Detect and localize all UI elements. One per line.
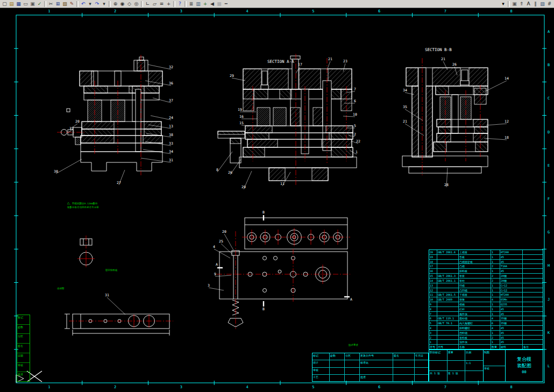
callout-label: 31 — [105, 293, 109, 297]
calculator-button[interactable]: # — [546, 1, 553, 7]
callout-label: 7 — [354, 87, 356, 91]
undo-dropdown-button[interactable]: ▾ — [87, 1, 94, 7]
layer-properties-button[interactable]: ▥ — [195, 1, 202, 7]
redo-arrow-button[interactable]: ↷ — [94, 1, 101, 7]
save-floppy-button[interactable]: ▦ — [15, 1, 22, 7]
layer-new-button[interactable]: + — [202, 1, 209, 7]
svg-text:凸、凹模间隙按0.12mm配作: 凸、凹模间隙按0.12mm配作 — [67, 202, 98, 205]
open-folder-button[interactable]: ▤ — [8, 1, 15, 7]
list-info-button[interactable]: ≡ — [158, 1, 165, 7]
color-control-button[interactable]: ■ — [216, 1, 223, 7]
callout-label: 37 — [169, 98, 173, 103]
svg-text:C: C — [548, 96, 550, 101]
table-row: 审核 — [312, 367, 428, 374]
svg-text:7: 7 — [444, 9, 446, 13]
plot-settings-button[interactable]: ▣ — [511, 1, 518, 7]
revision-row: 批准 — [17, 372, 30, 381]
signature-table: 标记处数分区更改文件号签名年月日设计标准化审核工艺批准 — [312, 353, 429, 382]
layers-stack-button[interactable]: ≣ — [188, 1, 195, 7]
toolbar-separator — [173, 1, 175, 7]
svg-text:固定卸料板: 固定卸料板 — [105, 269, 118, 272]
callout-label: A — [216, 262, 218, 267]
spell-check-button[interactable]: ✓ — [36, 1, 43, 7]
callout-label: 34 — [403, 88, 407, 92]
svg-text:技术要求: 技术要求 — [348, 344, 359, 346]
zoom-previous-button[interactable]: ◎ — [133, 1, 140, 7]
svg-text:4: 4 — [246, 385, 248, 389]
callout-label: 21 — [328, 57, 332, 61]
svg-text:1: 1 — [48, 385, 50, 389]
print-button[interactable]: ▭ — [22, 1, 29, 7]
callout-label: 10 — [353, 112, 357, 117]
table-row: 设计标准化 — [312, 360, 428, 367]
table-row: 3挡料销145 — [429, 330, 543, 335]
svg-text:2: 2 — [114, 385, 116, 389]
svg-text:8: 8 — [510, 9, 513, 13]
zoom-realtime-button[interactable]: ◉ — [119, 1, 126, 7]
zoom-window-button[interactable]: ◇ — [126, 1, 133, 7]
callout-label: 30 — [54, 169, 58, 174]
callout-label: 29 — [242, 185, 246, 189]
svg-text:H: H — [548, 263, 550, 268]
svg-text:2: 2 — [114, 9, 116, 13]
callout-label: B — [262, 210, 265, 215]
layer-previous-button[interactable]: ◀ — [209, 1, 216, 7]
title-block: 阶段标记重量比例 1:1 共 1 张第 1 张 制图审核 复合模 装配图 00 — [429, 350, 543, 382]
toolbar-dropdown-button[interactable]: ▾ — [500, 1, 507, 7]
table-row: 17凸模2T10A — [429, 263, 543, 268]
callout-label: 16 — [239, 115, 244, 119]
help-button[interactable]: ? — [176, 1, 183, 7]
callout-label: 31 — [169, 158, 173, 162]
callout-label: 20 — [222, 230, 226, 234]
callout-label: 15 — [239, 121, 244, 125]
callout-label: 12 — [69, 126, 74, 131]
svg-text:装配后各活动部件灵活无卡滞: 装配后各活动部件灵活无卡滞 — [67, 205, 99, 209]
callout-label: 19 — [238, 108, 242, 112]
svg-text:1: 1 — [48, 9, 50, 13]
properties-palette-button[interactable]: ▨ — [539, 1, 546, 7]
paste-clip-button[interactable]: ▧ — [61, 1, 68, 7]
callout-label: 17 — [298, 62, 302, 67]
toolbar-separator — [44, 1, 46, 7]
callout-label: 3 — [208, 283, 210, 288]
callout-label: 1 — [356, 150, 358, 154]
svg-text:SECTION A-A: SECTION A-A — [267, 59, 294, 64]
id-point-button[interactable]: + — [165, 1, 172, 7]
title-block-name-area: 复合模 装配图 00 — [506, 350, 543, 381]
redo-dropdown-button[interactable]: ▾ — [101, 1, 108, 7]
drawing-canvas[interactable]: 1122334455667788ABCDEFGHJKL — [0, 8, 554, 392]
svg-text:SECTION B-B: SECTION B-B — [425, 47, 452, 52]
toolbar-separator — [508, 1, 510, 7]
callout-label: A — [350, 297, 352, 302]
table-row: 工艺批准 — [312, 374, 428, 381]
callout-label: 14 — [505, 76, 509, 81]
table-row: 19垫板145 — [429, 254, 543, 259]
table-row: 5GB/T 70.1内六角螺钉635钢 — [429, 320, 543, 325]
revision-row: 签名 — [17, 343, 30, 353]
svg-text:F: F — [548, 197, 550, 201]
linetype-control-button[interactable]: ╍ — [223, 1, 230, 7]
distance-button[interactable]: ∟ — [144, 1, 151, 7]
match-properties-brush-button[interactable]: ✎ — [68, 1, 75, 7]
callout-label: 24 — [169, 116, 173, 120]
text-style-button[interactable]: A — [525, 1, 532, 7]
main-toolbar: ▢▤▦▭▣✓✂⊞▧✎↶▾↷▾⊕◉◇◎∟▱≡+?≣▥+◀■╍▾▣⇑A∥▨# — [0, 0, 554, 8]
print-preview-button[interactable]: ▣ — [29, 1, 36, 7]
cut-scissors-button[interactable]: ✂ — [47, 1, 54, 7]
drawing-title-line1: 复合模 — [517, 357, 531, 362]
new-file-button[interactable]: ▢ — [1, 1, 8, 7]
area-button[interactable]: ▱ — [151, 1, 158, 7]
table-row: 4卸料螺钉445 — [429, 325, 543, 330]
copy-clip-button[interactable]: ⊞ — [54, 1, 61, 7]
svg-text:J: J — [548, 297, 550, 302]
svg-text:B: B — [548, 63, 550, 67]
pan-hand-button[interactable]: ⊕ — [112, 1, 119, 7]
callout-label: 34 — [169, 149, 173, 154]
publish-button[interactable]: ⇑ — [518, 1, 525, 7]
callout-label: 25 — [219, 239, 223, 244]
dim-style-button[interactable]: ∥ — [532, 1, 539, 7]
undo-arrow-button[interactable]: ↶ — [80, 1, 87, 7]
revision-row: 处数 — [17, 324, 30, 334]
table-row: 16卸料板145 — [429, 268, 543, 273]
callout-label: 27 — [117, 181, 121, 185]
